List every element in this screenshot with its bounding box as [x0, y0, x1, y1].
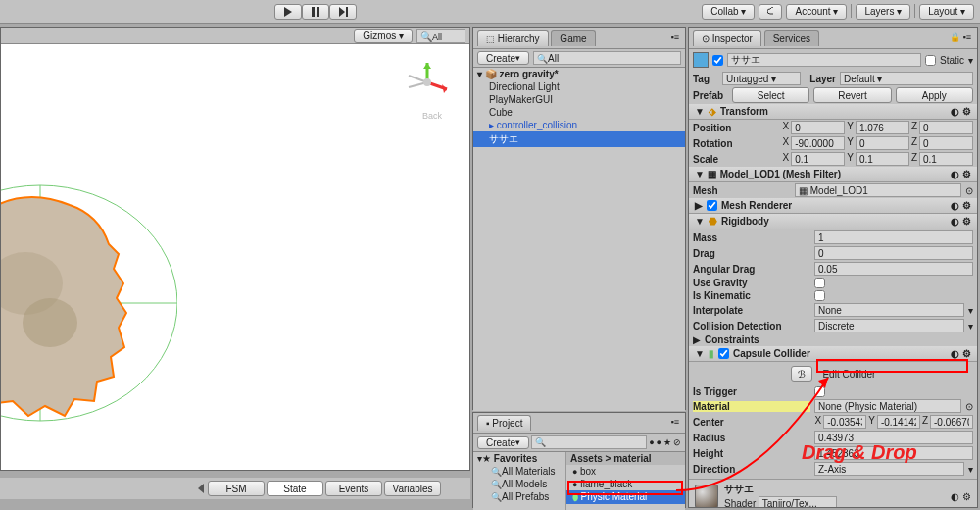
prefab-label: Prefab — [693, 90, 728, 101]
hierarchy-search[interactable]: 🔍All — [533, 51, 681, 65]
istrigger-checkbox[interactable] — [814, 386, 825, 397]
meshrenderer-header[interactable]: ▶ Mesh Renderer◐ ⚙ — [689, 198, 977, 214]
layer-dropdown[interactable]: Default ▾ — [840, 72, 973, 85]
project-search[interactable]: 🔍 — [531, 435, 647, 449]
filter-icon[interactable]: ● — [657, 437, 662, 447]
fav-item[interactable]: 🔍All Models — [473, 478, 565, 490]
layout-button[interactable]: Layout ▾ — [919, 4, 974, 20]
apply-button[interactable]: Apply — [896, 87, 973, 103]
pos-z[interactable] — [919, 121, 973, 134]
annotation-box-source — [567, 481, 683, 495]
static-checkbox[interactable] — [925, 55, 936, 66]
rot-x[interactable] — [791, 136, 845, 150]
transform-icon: ⬗ — [709, 106, 716, 117]
pos-y[interactable] — [856, 121, 909, 134]
revert-button[interactable]: Revert — [813, 87, 891, 103]
rot-z[interactable] — [919, 136, 973, 150]
scene-root[interactable]: ▾ 📦 zero gravity* — [473, 68, 685, 80]
annotation-text: Drag & Drop — [802, 441, 917, 464]
star-icon[interactable]: ★ — [663, 437, 671, 447]
state-tab[interactable]: State — [267, 481, 323, 496]
pause-button[interactable] — [302, 4, 329, 20]
object-name-input[interactable] — [727, 53, 921, 67]
scene-gizmo[interactable] — [403, 58, 452, 107]
editcollider-button[interactable]: ℬ — [791, 366, 812, 382]
interp-dropdown[interactable]: None — [814, 303, 964, 317]
hierarchy-item-selected[interactable]: ササエ — [473, 131, 685, 147]
hierarchy-item[interactable]: PlayMakerGUI — [473, 93, 685, 106]
layer-label: Layer — [805, 74, 836, 84]
scene-search[interactable]: 🔍All — [416, 29, 466, 43]
transform-header[interactable]: ▼ ⬗ Transform◐ ⚙ — [689, 104, 977, 120]
svg-marker-17 — [198, 484, 204, 493]
direction-dropdown[interactable]: Z-Axis — [814, 462, 964, 476]
physic-material-field[interactable]: None (Physic Material) — [814, 399, 961, 413]
active-checkbox[interactable] — [712, 55, 723, 66]
account-label: Account — [795, 6, 830, 17]
layers-button[interactable]: Layers ▾ — [856, 4, 910, 20]
tag-label: Tag — [693, 74, 718, 84]
rot-y[interactable] — [856, 136, 909, 150]
angdrag-input[interactable] — [814, 262, 973, 276]
fav-item[interactable]: 🔍All Prefabs — [473, 490, 565, 503]
collab-button[interactable]: Collab ▾ — [702, 4, 755, 20]
hierarchy-item[interactable]: ▸ controller_collision — [473, 119, 685, 131]
constraints-row[interactable]: ▶ Constraints — [689, 333, 977, 346]
shader-dropdown[interactable]: Tanjiro/Tex... — [759, 496, 837, 508]
hierarchy-tab[interactable]: ⬚ Hierarchy — [477, 30, 549, 46]
scale-x[interactable] — [791, 152, 845, 166]
asset-item[interactable]: ● box — [566, 465, 685, 478]
mesh-field[interactable]: ▦ Model_LOD1 — [795, 183, 961, 197]
services-tab[interactable]: Services — [764, 30, 819, 46]
project-create-button[interactable]: Create ▾ — [477, 436, 529, 449]
mass-input[interactable] — [814, 230, 973, 244]
game-tab[interactable]: Game — [551, 30, 595, 46]
inspector-tab[interactable]: ⊙ Inspector — [693, 30, 761, 46]
variables-tab[interactable]: Variables — [384, 481, 441, 496]
gizmos-button[interactable]: Gizmos ▾ — [354, 29, 413, 43]
filter-icon[interactable]: ● — [649, 437, 654, 447]
center-x[interactable] — [823, 415, 866, 429]
center-y[interactable] — [877, 415, 920, 429]
picker-icon[interactable]: ⊙ — [965, 185, 973, 196]
project-tab[interactable]: ▪ Project — [477, 415, 531, 431]
hierarchy-item[interactable]: Cube — [473, 106, 685, 119]
meshfilter-header[interactable]: ▼ ▦ Model_LOD1 (Mesh Filter)◐ ⚙ — [689, 167, 977, 182]
svg-marker-3 — [339, 7, 345, 17]
fav-item[interactable]: 🔍All Materials — [473, 465, 565, 478]
picker-icon[interactable]: ⊙ — [965, 401, 973, 412]
coldet-dropdown[interactable]: Discrete — [814, 319, 964, 332]
drag-input[interactable] — [814, 246, 973, 260]
hierarchy-item[interactable]: Directional Light — [473, 80, 685, 93]
material-thumbnail[interactable] — [695, 484, 718, 508]
meshrenderer-checkbox[interactable] — [707, 200, 717, 211]
create-button[interactable]: Create ▾ — [477, 51, 529, 65]
annotation-box-target — [816, 359, 968, 373]
select-button[interactable]: Select — [732, 87, 809, 103]
capsule-checkbox[interactable] — [718, 348, 729, 359]
scale-y[interactable] — [856, 152, 909, 166]
gizmos-label: Gizmos — [363, 30, 396, 41]
pos-x[interactable] — [791, 121, 845, 134]
usegrav-checkbox[interactable] — [814, 278, 825, 288]
svg-marker-8 — [423, 63, 431, 69]
events-tab[interactable]: Events — [325, 481, 382, 496]
account-button[interactable]: Account ▾ — [786, 4, 847, 20]
svg-point-16 — [23, 298, 77, 347]
svg-rect-4 — [346, 7, 348, 17]
center-z[interactable] — [930, 415, 973, 429]
favorites-header[interactable]: ▾★ Favorites — [473, 452, 565, 465]
prev-icon[interactable] — [196, 484, 206, 493]
step-button[interactable] — [329, 4, 357, 20]
tag-dropdown[interactable]: Untagged ▾ — [722, 72, 801, 85]
kinematic-checkbox[interactable] — [814, 290, 825, 301]
rigidbody-header[interactable]: ▼ ⬣ Rigidbody◐ ⚙ — [689, 214, 977, 230]
scene-view[interactable]: Gizmos ▾ 🔍All Back — [0, 27, 470, 471]
back-label: Back — [422, 111, 442, 121]
cloud-button[interactable] — [759, 4, 782, 20]
fsm-tab[interactable]: FSM — [208, 481, 265, 496]
scale-z[interactable] — [919, 152, 973, 166]
play-button[interactable] — [274, 4, 302, 20]
project-breadcrumb[interactable]: Assets > material — [566, 452, 685, 465]
scene-object[interactable] — [0, 156, 177, 431]
